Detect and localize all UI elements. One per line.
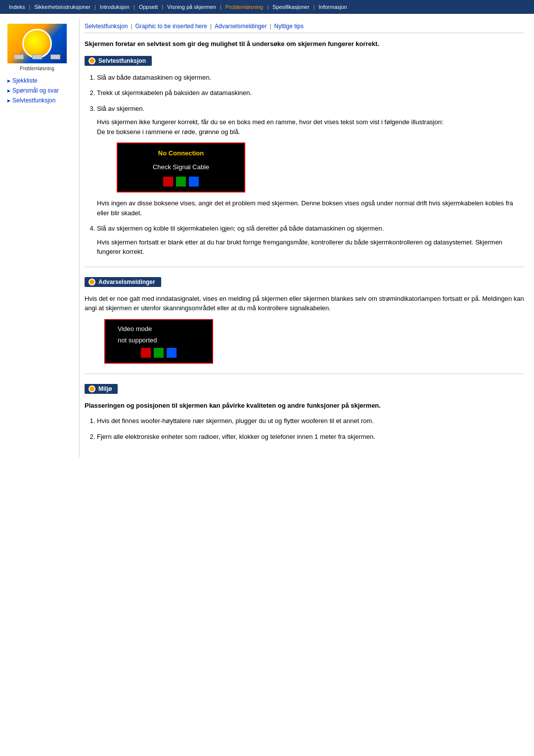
miljo-steps: Hvis det finnes woofer-høyttalere nær sk…: [85, 416, 524, 441]
nav-spesifikasjoner[interactable]: Spesifikasjoner: [268, 3, 313, 11]
dot-green: [176, 177, 186, 187]
content-area: Selvtestfunksjon | Graphic to be inserte…: [79, 19, 534, 457]
miljo-dot: [89, 385, 95, 392]
selvtest-step-4: Slå av skjermen og koble til skjermkabel…: [97, 224, 524, 257]
sidebar-product-label: Problemløsning: [7, 66, 67, 71]
dot-red: [163, 177, 173, 187]
video-dot-blue: [167, 348, 177, 358]
logo-bar: [7, 54, 67, 59]
sidebar-link-sporsmal[interactable]: Spørsmål og svar: [7, 87, 74, 94]
nav-informasjon[interactable]: Informasjon: [315, 3, 351, 11]
miljo-header-label: Miljø: [98, 385, 112, 392]
video-dot-green: [154, 348, 164, 358]
breadcrumb-advarsel[interactable]: Advarselsmeldinger: [215, 23, 267, 30]
sidebar-link-selvtest[interactable]: Selvtestfunksjon: [7, 97, 74, 104]
video-box-dots: [113, 348, 205, 358]
signal-box-dots: [125, 177, 237, 187]
miljo-step-2: Fjern alle elektroniske enheter som radi…: [97, 432, 524, 442]
selvtest-header: Selvtestfunksjon: [85, 56, 152, 66]
selvtest-step-1: Slå av både datamaskinen og skjermen.: [97, 73, 524, 83]
nav-oppsett[interactable]: Oppsett: [135, 3, 162, 11]
video-box-line2: not supported: [113, 336, 205, 344]
top-navigation: Indeks | Sikkerhetsinstruksjoner | Intro…: [0, 0, 534, 14]
breadcrumb: Selvtestfunksjon | Graphic to be inserte…: [85, 23, 524, 33]
signal-box: No Connection Check Signal Cable: [117, 142, 245, 192]
selvtest-para1: Hvis skjermen ikke fungerer korrekt, får…: [97, 117, 524, 137]
nav-visning[interactable]: Visning på skjermen: [163, 3, 220, 11]
sidebar-logo: [7, 24, 67, 63]
nav-introduksjon[interactable]: Introduksjon: [96, 3, 134, 11]
divider-1: [85, 267, 524, 267]
main-layout: Problemløsning Sjekkliste Spørsmål og sv…: [0, 14, 534, 462]
advarsel-dot: [89, 279, 95, 285]
video-box-line1: Video mode: [113, 325, 205, 332]
selvtest-header-label: Selvtestfunksjon: [98, 57, 146, 64]
dot-blue: [189, 177, 199, 187]
nav-problem[interactable]: Problemløsning: [222, 3, 267, 11]
selvtest-step-3: Slå av skjermen. Hvis skjermen ikke fung…: [97, 104, 524, 218]
nav-sikkerhet[interactable]: Sikkerhetsinstruksjoner: [30, 3, 94, 11]
miljo-header: Miljø: [85, 384, 118, 394]
video-box: Video mode not supported: [104, 319, 213, 364]
selvtest-steps: Slå av både datamaskinen og skjermen. Tr…: [85, 73, 524, 257]
logo-flower: [22, 29, 52, 58]
miljo-intro: Plasseringen og posisjonen til skjermen …: [85, 401, 524, 411]
nav-indeks[interactable]: Indeks: [5, 3, 29, 11]
breadcrumb-nyttige[interactable]: Nyttige tips: [274, 23, 304, 30]
breadcrumb-graphic[interactable]: Graphic to be inserted here: [135, 23, 207, 30]
intro-text: Skjermen foretar en selvtest som gir deg…: [85, 39, 524, 49]
selvtest-step-2: Trekk ut skjermkabelen på baksiden av da…: [97, 88, 524, 98]
breadcrumb-sep3: |: [269, 23, 271, 30]
signal-box-title: No Connection: [125, 148, 237, 158]
selvtest-para2: Hvis ingen av disse boksene vises, angir…: [97, 198, 524, 218]
divider-2: [85, 374, 524, 374]
miljo-step-1: Hvis det finnes woofer-høyttalere nær sk…: [97, 416, 524, 426]
selvtest-para3: Hvis skjermen fortsatt er blank etter at…: [97, 237, 524, 257]
advarsel-para1: Hvis det er noe galt med inndatasignalet…: [85, 294, 524, 313]
breadcrumb-sep1: |: [131, 23, 132, 30]
sidebar-link-sjekkliste[interactable]: Sjekkliste: [7, 77, 74, 84]
video-dot-red: [141, 348, 151, 358]
sidebar: Problemløsning Sjekkliste Spørsmål og sv…: [0, 19, 79, 457]
advarsel-header-label: Advarselsmeldinger: [98, 279, 155, 285]
signal-box-sub: Check Signal Cable: [125, 162, 237, 172]
advarsel-header: Advarselsmeldinger: [85, 277, 161, 287]
breadcrumb-sep2: |: [210, 23, 212, 30]
selvtest-dot: [89, 57, 95, 64]
breadcrumb-selvtest[interactable]: Selvtestfunksjon: [85, 23, 128, 30]
